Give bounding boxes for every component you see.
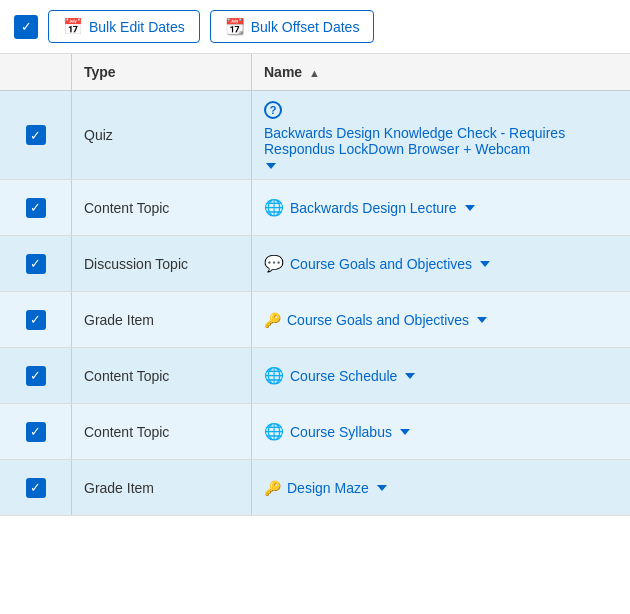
row-name: 🌐 Course Schedule: [252, 348, 630, 403]
bulk-edit-dates-button[interactable]: 📅 Bulk Edit Dates: [48, 10, 200, 43]
item-link[interactable]: Backwards Design Lecture: [290, 200, 457, 216]
globe-icon: 🌐: [264, 366, 284, 385]
calendar-edit-icon: 📅: [63, 17, 83, 36]
chevron-down-icon[interactable]: [266, 163, 276, 169]
row-name: 💬 Course Goals and Objectives: [252, 236, 630, 291]
row-checkbox[interactable]: ✓: [0, 348, 72, 403]
table-row: ✓ Content Topic 🌐 Backwards Design Lectu…: [0, 180, 630, 236]
th-name: Name ▲: [252, 54, 630, 90]
calendar-offset-icon: 📆: [225, 17, 245, 36]
item-link[interactable]: Design Maze: [287, 480, 369, 496]
item-link[interactable]: Course Schedule: [290, 368, 397, 384]
item-link[interactable]: Course Goals and Objectives: [287, 312, 469, 328]
row-type: Content Topic: [72, 180, 252, 235]
chevron-down-icon[interactable]: [405, 373, 415, 379]
table-row: ✓ Content Topic 🌐 Course Syllabus: [0, 404, 630, 460]
row-type: Quiz: [72, 91, 252, 179]
row-type: Content Topic: [72, 404, 252, 459]
globe-icon: 🌐: [264, 198, 284, 217]
row-checkbox[interactable]: ✓: [0, 292, 72, 347]
row-type: Content Topic: [72, 348, 252, 403]
table-container: Type Name ▲ ✓ Quiz ? Backwards Design Kn…: [0, 54, 630, 516]
chevron-down-icon[interactable]: [480, 261, 490, 267]
chevron-down-icon[interactable]: [465, 205, 475, 211]
row-name: 🌐 Backwards Design Lecture: [252, 180, 630, 235]
row-checkbox[interactable]: ✓: [0, 404, 72, 459]
chevron-down-icon[interactable]: [377, 485, 387, 491]
table-header: Type Name ▲: [0, 54, 630, 91]
globe-icon: 🌐: [264, 422, 284, 441]
table-row: ✓ Quiz ? Backwards Design Knowledge Chec…: [0, 91, 630, 180]
chevron-down-icon[interactable]: [477, 317, 487, 323]
table-row: ✓ Content Topic 🌐 Course Schedule: [0, 348, 630, 404]
row-name: 🔑 Course Goals and Objectives: [252, 292, 630, 347]
key-icon: 🔑: [264, 480, 281, 496]
toolbar: ✓ 📅 Bulk Edit Dates 📆 Bulk Offset Dates: [0, 0, 630, 54]
row-checkbox[interactable]: ✓: [0, 460, 72, 515]
row-checkbox[interactable]: ✓: [0, 180, 72, 235]
row-type: Grade Item: [72, 292, 252, 347]
th-type: Type: [72, 54, 252, 90]
row-name: ? Backwards Design Knowledge Check - Req…: [252, 91, 630, 179]
th-select: [0, 54, 72, 90]
row-name: 🌐 Course Syllabus: [252, 404, 630, 459]
table-row: ✓ Grade Item 🔑 Design Maze: [0, 460, 630, 516]
item-link[interactable]: Backwards Design Knowledge Check - Requi…: [264, 125, 618, 157]
row-type: Grade Item: [72, 460, 252, 515]
item-link[interactable]: Course Goals and Objectives: [290, 256, 472, 272]
chat-icon: 💬: [264, 254, 284, 273]
key-icon: 🔑: [264, 312, 281, 328]
row-type: Discussion Topic: [72, 236, 252, 291]
item-link[interactable]: Course Syllabus: [290, 424, 392, 440]
question-icon: ?: [264, 101, 282, 119]
chevron-down-icon[interactable]: [400, 429, 410, 435]
row-name: 🔑 Design Maze: [252, 460, 630, 515]
table-row: ✓ Discussion Topic 💬 Course Goals and Ob…: [0, 236, 630, 292]
select-all-checkbox[interactable]: ✓: [14, 15, 38, 39]
row-checkbox[interactable]: ✓: [0, 236, 72, 291]
row-checkbox[interactable]: ✓: [0, 91, 72, 179]
table-row: ✓ Grade Item 🔑 Course Goals and Objectiv…: [0, 292, 630, 348]
sort-icon: ▲: [309, 67, 320, 79]
bulk-offset-dates-button[interactable]: 📆 Bulk Offset Dates: [210, 10, 375, 43]
